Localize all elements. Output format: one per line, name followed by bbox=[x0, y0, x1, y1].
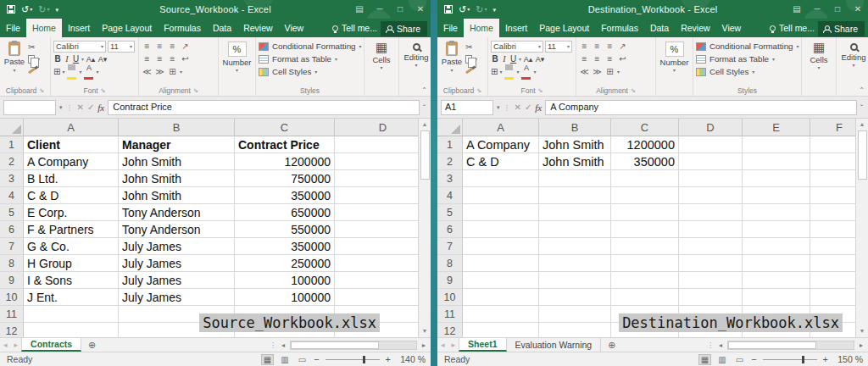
cell-D4[interactable] bbox=[335, 187, 431, 204]
cell-B11[interactable] bbox=[539, 306, 611, 323]
row-number-4[interactable]: 4 bbox=[437, 187, 463, 204]
maximize-button[interactable]: □ bbox=[390, 0, 410, 19]
ribbon-tab-insert[interactable]: Insert bbox=[62, 19, 96, 37]
zoom-out-icon[interactable]: − bbox=[314, 354, 319, 364]
fill-color-button[interactable] bbox=[504, 63, 515, 81]
cell-C3[interactable]: 750000 bbox=[235, 170, 335, 187]
cell-A2[interactable]: C & D bbox=[463, 153, 539, 170]
orientation-icon[interactable]: ↗ bbox=[180, 42, 191, 51]
cell-A7[interactable] bbox=[463, 238, 539, 255]
scroll-down-icon[interactable]: ▼ bbox=[860, 325, 865, 337]
row-number-1[interactable]: 1 bbox=[0, 136, 24, 153]
cell-C6[interactable] bbox=[611, 221, 679, 238]
cell-C8[interactable]: 250000 bbox=[235, 255, 335, 272]
cancel-icon[interactable]: ✕ bbox=[77, 103, 84, 112]
cell-A2[interactable]: A Company bbox=[24, 153, 119, 170]
enter-icon[interactable]: ✓ bbox=[525, 103, 531, 112]
column-header-B[interactable]: B bbox=[539, 119, 611, 136]
tell-me-button[interactable]: Tell me... bbox=[332, 23, 377, 33]
number-format-dropdown-icon[interactable]: ▾ bbox=[236, 67, 238, 73]
hscroll-thumb[interactable] bbox=[291, 341, 379, 349]
cell-E5[interactable] bbox=[743, 204, 810, 221]
prev-sheet-icon[interactable]: ◂ bbox=[0, 338, 11, 352]
scroll-up-icon[interactable]: ▲ bbox=[860, 119, 865, 130]
cell-B7[interactable]: July James bbox=[119, 238, 235, 255]
cell-B10[interactable] bbox=[539, 289, 611, 306]
name-box[interactable]: A1 bbox=[441, 100, 493, 115]
page-break-view-icon[interactable]: ▭ bbox=[297, 355, 308, 364]
wrap-text-icon[interactable]: ↩ bbox=[617, 54, 628, 64]
cell-B4[interactable] bbox=[539, 187, 611, 204]
row-number-2[interactable]: 2 bbox=[0, 153, 24, 170]
cell-B12[interactable] bbox=[539, 323, 611, 337]
decrease-font-icon[interactable]: A▾ bbox=[535, 55, 545, 64]
cell-E8[interactable] bbox=[743, 255, 810, 272]
ribbon-tab-formulas[interactable]: Formulas bbox=[158, 19, 207, 37]
wrap-text-icon[interactable]: ↩ bbox=[180, 54, 191, 64]
column-header-A[interactable]: A bbox=[463, 119, 539, 136]
cell-D6[interactable] bbox=[335, 221, 431, 238]
zoom-in-icon[interactable]: + bbox=[823, 354, 828, 364]
minimize-button[interactable]: ─ bbox=[370, 0, 390, 19]
undo-icon[interactable]: ↺▾ bbox=[459, 5, 470, 14]
row-number-2[interactable]: 2 bbox=[437, 153, 463, 170]
font-dialog-launcher-icon[interactable]: ⇘ bbox=[101, 87, 106, 94]
decrease-font-icon[interactable]: A▾ bbox=[97, 55, 108, 64]
align-center-icon[interactable]: ≡ bbox=[592, 54, 603, 64]
font-dialog-launcher-icon[interactable]: ⇘ bbox=[538, 87, 543, 94]
cell-A4[interactable] bbox=[463, 187, 539, 204]
cell-A1[interactable]: A Company bbox=[463, 136, 539, 153]
align-middle-icon[interactable]: ≡ bbox=[592, 42, 603, 51]
cell-E9[interactable] bbox=[743, 272, 810, 289]
name-box-dropdown-icon[interactable]: ▾ bbox=[59, 104, 63, 111]
scrollbar-thumb[interactable] bbox=[858, 130, 867, 180]
cells-button[interactable]: ▦Cells▾ bbox=[804, 40, 833, 70]
cancel-icon[interactable]: ✕ bbox=[515, 103, 521, 112]
number-format-label[interactable]: Number bbox=[660, 58, 689, 67]
ribbon-tab-home[interactable]: Home bbox=[26, 19, 62, 37]
cell-A8[interactable] bbox=[463, 255, 539, 272]
cell-D7[interactable] bbox=[679, 238, 743, 255]
name-box-dropdown-icon[interactable]: ▾ bbox=[497, 104, 500, 111]
ribbon-tab-view[interactable]: View bbox=[279, 19, 310, 37]
ribbon-tab-file[interactable]: File bbox=[437, 19, 464, 37]
close-button[interactable]: ✕ bbox=[848, 0, 868, 19]
row-number-7[interactable]: 7 bbox=[437, 238, 463, 255]
cell-C5[interactable] bbox=[611, 204, 679, 221]
cell-B8[interactable]: July James bbox=[119, 255, 235, 272]
column-header-C[interactable]: C bbox=[235, 119, 335, 136]
cell-D9[interactable] bbox=[335, 272, 431, 289]
page-break-view-icon[interactable]: ▭ bbox=[734, 355, 745, 364]
row-number-12[interactable]: 12 bbox=[0, 323, 24, 337]
ribbon-tab-home[interactable]: Home bbox=[464, 19, 499, 37]
cell-B2[interactable]: John Smith bbox=[539, 153, 611, 170]
cell-E6[interactable] bbox=[743, 221, 810, 238]
cell-A11[interactable] bbox=[463, 306, 539, 323]
cell-styles-button[interactable]: Cell Styles▾ bbox=[696, 65, 798, 78]
cell-C2[interactable]: 1200000 bbox=[235, 153, 335, 170]
percent-style-icon[interactable]: % bbox=[665, 42, 684, 57]
cell-C10[interactable] bbox=[611, 289, 679, 306]
row-number-10[interactable]: 10 bbox=[0, 289, 24, 306]
vertical-scrollbar[interactable]: ▲ ▼ bbox=[855, 119, 868, 337]
cell-C9[interactable] bbox=[611, 272, 679, 289]
page-layout-view-icon[interactable]: ▥ bbox=[279, 355, 290, 364]
decrease-indent-icon[interactable]: ≪ bbox=[142, 67, 153, 76]
editing-button[interactable]: Editing▾ bbox=[402, 40, 431, 68]
column-header-E[interactable]: E bbox=[743, 119, 810, 136]
font-name-select[interactable]: Calibri▾ bbox=[491, 41, 543, 53]
align-bottom-icon[interactable]: ≡ bbox=[604, 42, 615, 51]
horizontal-scrollbar[interactable] bbox=[290, 341, 417, 350]
cell-A8[interactable]: H Group bbox=[24, 255, 119, 272]
align-center-icon[interactable]: ≡ bbox=[154, 54, 165, 64]
number-format-dropdown-icon[interactable]: ▾ bbox=[673, 67, 676, 73]
conditional-formatting-button[interactable]: Conditional Formatting▾ bbox=[259, 40, 361, 53]
row-number-3[interactable]: 3 bbox=[437, 170, 463, 187]
cell-C4[interactable] bbox=[611, 187, 679, 204]
zoom-level[interactable]: 150 % bbox=[834, 354, 863, 364]
row-number-11[interactable]: 11 bbox=[437, 306, 463, 323]
borders-icon[interactable]: ⊞ bbox=[53, 68, 60, 76]
bold-button[interactable]: B bbox=[491, 54, 499, 64]
share-button[interactable]: Share bbox=[818, 21, 865, 36]
ribbon-tab-page-layout[interactable]: Page Layout bbox=[533, 19, 595, 37]
